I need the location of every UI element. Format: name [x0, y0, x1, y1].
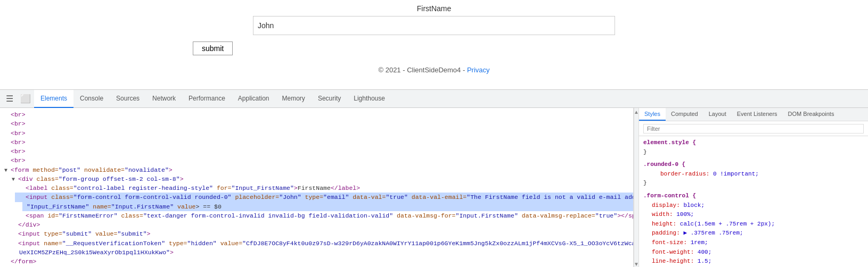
css-block-form-control: .form-control { display: block; width: 1…: [643, 191, 864, 267]
tab-memory[interactable]: Memory: [276, 90, 312, 108]
styles-tab-layout[interactable]: Layout: [703, 108, 732, 121]
html-line: <form method="post" novalidate="novalida…: [0, 165, 633, 174]
html-line: <br>: [0, 110, 633, 119]
page-area: FirstName submit © 2021 - ClientSideDemo…: [0, 0, 868, 89]
devtools-tabbar: ☰ ⬜ Elements Console Sources Network Per…: [0, 90, 868, 108]
html-line: <br>: [0, 147, 633, 156]
html-line: <br>: [0, 138, 633, 147]
tab-elements[interactable]: Elements: [34, 90, 73, 108]
html-line: <input name="__RequestVerificationToken"…: [7, 239, 633, 248]
styles-panel: Styles Computed Layout Event Listeners D…: [639, 108, 868, 267]
styles-filter-input[interactable]: [643, 124, 864, 134]
tab-performance[interactable]: Performance: [182, 90, 232, 108]
styles-tab-styles[interactable]: Styles: [639, 108, 666, 121]
html-line-selected-cont: "Input_FirstName" name="Input.FirstName"…: [22, 202, 633, 211]
html-line: </div>: [7, 220, 633, 229]
submit-button[interactable]: submit: [193, 41, 233, 55]
scroll-up-icon[interactable]: ▲: [634, 109, 639, 115]
styles-filter: [639, 121, 868, 136]
firstname-input[interactable]: [253, 16, 615, 35]
html-line: <br>: [0, 119, 633, 128]
html-line: <input type="submit" value="submit">: [7, 229, 633, 238]
html-line: <span id="FirstNameError" class="text-da…: [15, 211, 633, 220]
tab-security[interactable]: Security: [312, 90, 347, 108]
css-block-rounded: .rounded-0 { border-radius: 0 !important…: [643, 160, 864, 188]
html-line: <br>: [0, 129, 633, 138]
footer-text: © 2021 - ClientSideDemo4 - Privacy: [378, 66, 489, 74]
styles-tab-computed[interactable]: Computed: [666, 108, 703, 121]
tab-sources[interactable]: Sources: [110, 90, 146, 108]
scroll-down-icon[interactable]: ▼: [634, 261, 639, 267]
tab-application[interactable]: Application: [232, 90, 276, 108]
html-line-selected[interactable]: <input class="form-control form-control-…: [15, 193, 633, 202]
styles-tab-dom-breakpoints[interactable]: DOM Breakpoints: [783, 108, 840, 121]
inspect-icon[interactable]: ⬜: [18, 91, 33, 106]
scroll-bar[interactable]: ▲ ▼: [634, 108, 639, 267]
privacy-link[interactable]: Privacy: [467, 66, 490, 74]
firstname-label: FirstName: [417, 4, 452, 13]
styles-tab-event-listeners[interactable]: Event Listeners: [732, 108, 783, 121]
tab-lighthouse[interactable]: Lighthouse: [347, 90, 391, 108]
tab-network[interactable]: Network: [146, 90, 182, 108]
html-line: <label class="control-label register-hea…: [15, 183, 633, 193]
html-line: </form>: [0, 257, 633, 266]
html-line: UeXICM5ZPzEHq_2S0k15WeaXyrOb1pql1HXukKwo…: [15, 248, 633, 257]
css-block-element-style: element.style { }: [643, 138, 864, 157]
devtools-panel: ☰ ⬜ Elements Console Sources Network Per…: [0, 89, 868, 267]
html-line: <br>: [0, 156, 633, 165]
cursor-icon[interactable]: ☰: [2, 91, 17, 106]
html-line: <div class="form-group offset-sm-2 col-s…: [7, 174, 633, 183]
styles-content: element.style { } .rounded-0 { border-ra…: [639, 136, 868, 267]
styles-tabbar: Styles Computed Layout Event Listeners D…: [639, 108, 868, 121]
tab-console[interactable]: Console: [73, 90, 110, 108]
devtools-body: <br> <br> <br> <br> <br> <br> <form meth…: [0, 108, 868, 267]
elements-panel[interactable]: <br> <br> <br> <br> <br> <br> <form meth…: [0, 108, 634, 267]
